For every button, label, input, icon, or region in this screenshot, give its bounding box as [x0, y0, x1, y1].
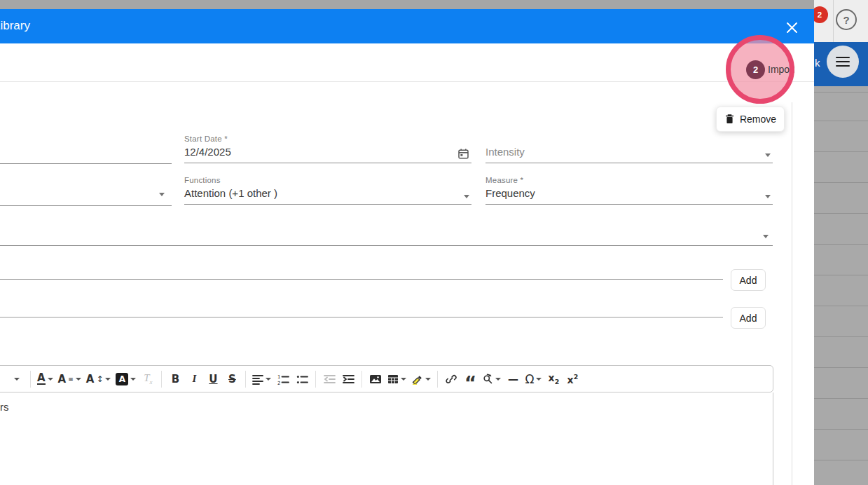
- click-indicator-ring: [726, 35, 794, 104]
- horizontal-line-icon: —: [508, 373, 518, 385]
- dimmed-backdrop-strip: [0, 0, 814, 9]
- cutoff-select-underline: [0, 205, 172, 206]
- topbar-divider: [833, 0, 834, 42]
- insert-table-button[interactable]: [385, 369, 408, 390]
- underline-button[interactable]: U: [204, 369, 222, 390]
- numbered-list-icon: 1 2: [277, 374, 289, 385]
- svg-text:1: 1: [277, 374, 280, 380]
- bold-icon: B: [172, 373, 179, 385]
- table-icon: [387, 374, 399, 385]
- content-panel-edge: [792, 102, 792, 485]
- wide-empty-select[interactable]: [0, 219, 773, 246]
- chevron-down-icon: [495, 378, 501, 381]
- start-date-value[interactable]: 12/4/2025: [184, 146, 231, 158]
- functions-label: Functions: [184, 176, 471, 184]
- calendar-icon[interactable]: [457, 148, 469, 160]
- background-app-column: 2 ? k: [814, 0, 868, 485]
- find-replace-button[interactable]: [480, 369, 503, 390]
- measure-value: Frequency: [485, 187, 535, 199]
- indent-icon: [343, 374, 354, 385]
- intensity-select[interactable]: Intensity: [485, 135, 773, 163]
- superscript-button[interactable]: x2: [563, 369, 581, 390]
- nav-text-fragment: k: [815, 57, 820, 69]
- italic-icon: I: [193, 373, 197, 385]
- modal-header: Library: [0, 9, 814, 43]
- trash-icon: [724, 114, 735, 125]
- numbered-list-button[interactable]: 1 2: [274, 369, 292, 390]
- help-icon[interactable]: ?: [836, 9, 857, 30]
- blockquote-button[interactable]: “: [461, 369, 479, 390]
- remove-label: Remove: [740, 114, 776, 125]
- blockquote-icon: “: [464, 380, 476, 387]
- chevron-down-icon: [464, 195, 469, 198]
- omega-icon: Ω: [525, 372, 534, 386]
- font-size-button[interactable]: A≡: [56, 369, 83, 390]
- subscript-button[interactable]: x2: [544, 369, 563, 390]
- chevron-down-icon: [48, 378, 53, 381]
- chevron-down-icon: [130, 378, 136, 381]
- library-modal: Library Remove Start Date * 12/4/2025: [0, 9, 814, 485]
- background-color-button[interactable]: A: [113, 369, 138, 390]
- chevron-down-icon: [425, 378, 431, 381]
- start-date-label: Start Date *: [184, 135, 471, 143]
- add-row-underline: [0, 279, 723, 280]
- highlight-button[interactable]: [409, 369, 433, 390]
- superscript-icon: x2: [567, 373, 579, 385]
- font-color-button[interactable]: A: [35, 369, 55, 390]
- help-glyph: ?: [843, 14, 849, 26]
- strikethrough-icon: S: [228, 373, 236, 385]
- editor-content-area[interactable]: rs: [0, 392, 773, 485]
- line-height-icon: A: [86, 373, 95, 385]
- text-align-button[interactable]: [250, 369, 273, 390]
- functions-select[interactable]: Functions Attention (+1 other ): [184, 176, 471, 205]
- add-row-underline: [0, 317, 723, 317]
- special-characters-button[interactable]: Ω: [523, 369, 544, 390]
- chevron-down-icon: [14, 378, 20, 381]
- highlighter-icon: [411, 374, 423, 385]
- horizontal-line-button[interactable]: —: [504, 369, 522, 390]
- strikethrough-button[interactable]: S: [223, 369, 241, 390]
- app-nav-bar: k: [814, 42, 868, 86]
- cutoff-field-underline: [0, 163, 172, 164]
- add-button[interactable]: Add: [731, 307, 766, 329]
- bold-button[interactable]: B: [166, 369, 184, 390]
- heading-dropdown-button[interactable]: [8, 369, 26, 390]
- add-button[interactable]: Add: [731, 269, 766, 291]
- remove-format-button[interactable]: Tx: [139, 369, 157, 390]
- chevron-down-icon: [105, 378, 111, 381]
- chevron-down-icon: [266, 378, 271, 381]
- line-height-button[interactable]: A↕: [84, 369, 113, 390]
- insert-image-button[interactable]: [366, 369, 385, 390]
- italic-button[interactable]: I: [185, 369, 203, 390]
- intensity-placeholder: Intensity: [485, 146, 525, 158]
- align-left-icon: [252, 374, 263, 385]
- modal-title: Library: [0, 19, 30, 33]
- chevron-down-icon: [76, 378, 81, 381]
- background-table-rows: [814, 86, 868, 485]
- modal-action-bar: [0, 43, 814, 82]
- measure-label: Measure *: [485, 176, 773, 184]
- background-color-icon: A: [116, 373, 128, 385]
- chevron-down-icon: [765, 153, 771, 157]
- chevron-down-icon: [763, 235, 769, 238]
- bullet-list-icon: [296, 374, 308, 385]
- image-icon: [369, 374, 382, 385]
- cutoff-select-arrow-icon[interactable]: [159, 193, 165, 196]
- find-replace-icon: [482, 374, 493, 385]
- outdent-button[interactable]: [320, 369, 338, 390]
- remove-button[interactable]: Remove: [716, 107, 785, 132]
- measure-select[interactable]: Measure * Frequency: [485, 176, 773, 205]
- chevron-down-icon: [536, 378, 542, 381]
- font-color-icon: A: [37, 373, 46, 385]
- indent-button[interactable]: [339, 369, 357, 390]
- hamburger-icon: [836, 57, 850, 59]
- start-date-field[interactable]: Start Date * 12/4/2025: [184, 135, 471, 163]
- bullet-list-button[interactable]: [293, 369, 311, 390]
- link-button[interactable]: [442, 369, 460, 390]
- hamburger-menu-button[interactable]: [827, 46, 859, 78]
- link-icon: [446, 374, 457, 385]
- editor-toolbar: A A≡ A↕ A Tx B I U S: [0, 365, 773, 392]
- underline-icon: U: [209, 373, 217, 385]
- close-icon[interactable]: [783, 19, 800, 36]
- chevron-down-icon: [765, 195, 771, 198]
